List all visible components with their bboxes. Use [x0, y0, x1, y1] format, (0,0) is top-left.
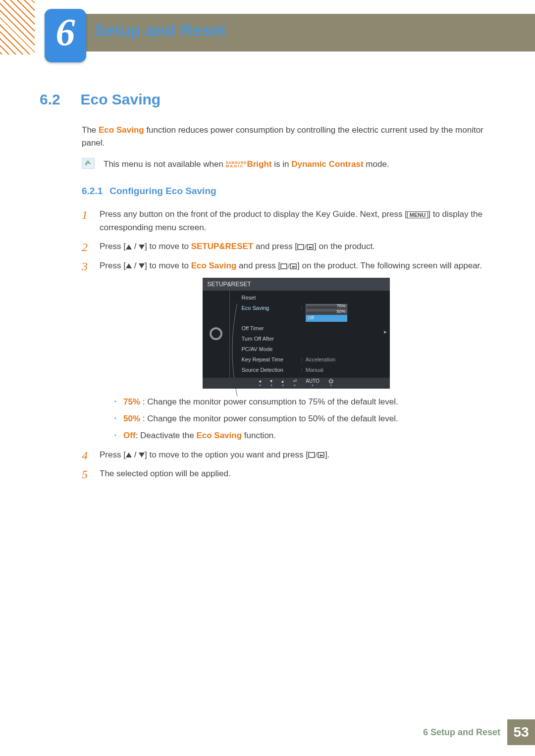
option-75: 75% : Change the monitor power consumpti…	[114, 396, 492, 408]
subsection-heading: 6.2.1Configuring Eco Saving	[82, 184, 492, 198]
gear-icon	[210, 327, 222, 340]
osd-item-eco-saving: Eco Saving: 75% 50% Off	[230, 303, 390, 323]
osd-item-reset: Reset	[230, 293, 390, 303]
down-arrow-icon	[139, 245, 145, 250]
step-5: The selected option will be applied.	[82, 467, 492, 480]
up-arrow-icon	[126, 453, 132, 457]
osd-item-turn-off-after: Turn Off After	[230, 334, 390, 344]
osd-screenshot: SETUP&RESET Reset Eco Saving: 75% 50%	[203, 278, 390, 389]
down-arrow-icon	[139, 263, 145, 268]
osd-item-key-repeat: Key Repeat Time: Acceleration	[230, 354, 390, 365]
step-2: Press [ / ] to move to SETUP&RESET and p…	[82, 240, 492, 253]
osd-nav-left: ◂	[259, 379, 261, 388]
down-arrow-icon	[139, 453, 145, 457]
svg-text:/: /	[316, 452, 318, 458]
menu-button-label: MENU	[407, 211, 428, 218]
svg-rect-3	[281, 264, 287, 269]
intro-paragraph: The Eco Saving function reduces power co…	[82, 124, 492, 150]
page-number: 53	[507, 719, 535, 745]
option-off: Off: Deactivate the Eco Saving function.	[114, 429, 492, 442]
chapter-title: Setup and Reset	[94, 21, 226, 40]
section-number: 6.2	[40, 91, 78, 108]
svg-rect-6	[309, 453, 315, 457]
osd-item-source-detection: Source Detection: Manual	[230, 365, 390, 375]
enter-icon: /	[308, 449, 325, 461]
osd-nav-auto: AUTO	[306, 379, 320, 388]
svg-rect-0	[298, 245, 304, 250]
section-title: Eco Saving	[80, 91, 160, 108]
step-4: Press [ / ] to move to the option you wa…	[82, 449, 492, 462]
option-50: 50% : Change the monitor power consumpti…	[114, 412, 492, 425]
osd-title: SETUP&RESET	[203, 278, 390, 291]
svg-text:/: /	[305, 244, 307, 251]
up-arrow-icon	[126, 263, 132, 268]
note-text: This menu is not available when SAMSUNGM…	[104, 158, 389, 171]
corner-stripes	[0, 0, 35, 54]
up-arrow-icon	[126, 245, 132, 250]
step-3: Press [ / ] to move to Eco Saving and pr…	[82, 259, 492, 443]
svg-text:/: /	[288, 263, 290, 270]
osd-item-pcav-mode: PC/AV Mode	[230, 344, 390, 354]
osd-nav-bar: ◂ ▾ ▴ ⏎ AUTO ⏻	[203, 378, 390, 389]
eco-saving-term: Eco Saving	[99, 125, 144, 135]
osd-nav-power: ⏻	[328, 379, 333, 388]
osd-item-off-timer: Off Timer	[230, 323, 390, 334]
eco-option-selected: Off	[306, 315, 347, 322]
chapter-number: 6	[49, 10, 82, 54]
osd-nav-down: ▾	[270, 379, 272, 388]
osd-nav-enter: ⏎	[293, 379, 297, 388]
osd-nav-up: ▴	[281, 379, 284, 388]
step-1: Press any button on the front of the pro…	[82, 208, 492, 234]
eco-saving-options: 75% 50% Off	[306, 304, 347, 322]
samsung-magic-bright-label: SAMSUNGMAGIC	[226, 161, 247, 168]
osd-right-arrow-icon: ▸	[384, 327, 387, 337]
note-icon	[82, 158, 95, 169]
enter-icon: /	[297, 241, 314, 253]
enter-icon: /	[280, 259, 297, 272]
footer-chapter: 6 Setup and Reset	[423, 727, 500, 738]
